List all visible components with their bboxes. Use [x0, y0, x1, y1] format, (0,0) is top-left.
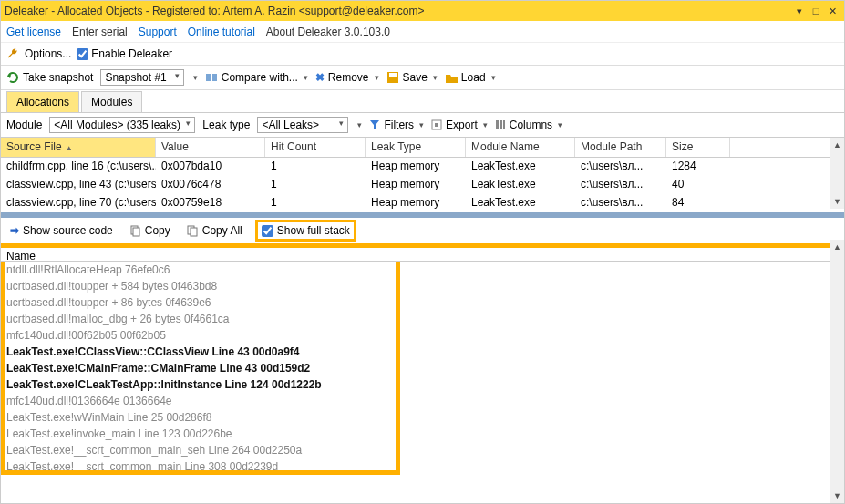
- remove-icon: ✖: [315, 71, 325, 84]
- maximize-icon[interactable]: □: [808, 5, 824, 16]
- leaktype-label: Leak type: [202, 118, 250, 131]
- filter-bar: Module <All Modules> (335 leaks)▾ Leak t…: [1, 112, 844, 138]
- tab-modules[interactable]: Modules: [81, 91, 142, 112]
- online-tutorial-link[interactable]: Online tutorial: [188, 26, 255, 38]
- save-icon: [386, 71, 399, 84]
- cell: 1: [265, 158, 366, 176]
- stack-line[interactable]: LeakTest.exe!__scrt_common_main_seh Line…: [1, 442, 844, 458]
- col-value[interactable]: Value: [156, 138, 265, 157]
- wrench-icon: [6, 47, 19, 60]
- stack-line[interactable]: LeakTest.exe!CMainFrame::CMainFrame Line…: [1, 360, 844, 376]
- export-icon: [431, 119, 442, 130]
- columns-button[interactable]: Columns▾: [495, 118, 562, 131]
- col-module-name[interactable]: Module Name: [466, 138, 575, 157]
- stack-line[interactable]: ucrtbased.dll!malloc_dbg + 26 bytes 0f46…: [1, 311, 844, 327]
- refresh-icon: [6, 71, 19, 84]
- svg-rect-6: [500, 120, 502, 129]
- compare-icon: [205, 71, 218, 84]
- load-icon: [445, 71, 458, 84]
- options-button[interactable]: Options...: [25, 47, 71, 60]
- cell: LeakTest.exe: [466, 158, 575, 176]
- enable-deleaker-checkbox[interactable]: Enable Deleaker: [77, 47, 172, 60]
- svg-rect-5: [496, 120, 499, 129]
- col-module-path[interactable]: Module Path: [575, 138, 666, 157]
- scroll-down-icon[interactable]: ▼: [830, 194, 844, 209]
- arrow-right-icon: ➡: [10, 224, 19, 237]
- scroll-up-icon[interactable]: ▲: [830, 240, 844, 254]
- snapshot-extra-dropdown[interactable]: ▾: [193, 73, 198, 82]
- stack-line[interactable]: mfc140ud.dll!00f62b05 00f62b05: [1, 327, 844, 344]
- copy-icon: [129, 225, 141, 237]
- support-link[interactable]: Support: [139, 26, 177, 38]
- stack-line[interactable]: mfc140ud.dll!0136664e 0136664e: [1, 393, 844, 409]
- take-snapshot-button[interactable]: Take snapshot: [6, 71, 93, 84]
- scroll-up-icon[interactable]: ▲: [830, 138, 844, 152]
- compare-button[interactable]: Compare with...▾: [205, 71, 308, 84]
- copy-all-icon: [187, 225, 199, 237]
- stack-line[interactable]: LeakTest.exe!invoke_main Line 123 00d226…: [1, 426, 844, 442]
- save-button[interactable]: Save▾: [386, 71, 438, 84]
- stack-line[interactable]: ucrtbased.dll!toupper + 584 bytes 0f463b…: [1, 278, 844, 294]
- copy-button[interactable]: Copy: [126, 222, 174, 239]
- load-button[interactable]: Load▾: [445, 71, 496, 84]
- stack-line[interactable]: LeakTest.exe!CClassView::CClassView Line…: [1, 344, 844, 360]
- cell: Heap memory: [366, 158, 466, 176]
- stack-line[interactable]: LeakTest.exe!__scrt_common_main Line 308…: [1, 458, 844, 475]
- menubar: Get license Enter serial Support Online …: [1, 21, 844, 43]
- col-hit-count[interactable]: Hit Count: [265, 138, 366, 157]
- table-row[interactable]: childfrm.cpp, line 16 (c:\users\...0x007…: [1, 158, 844, 176]
- stack-line[interactable]: LeakTest.exe!wWinMain Line 25 00d286f8: [1, 409, 844, 426]
- grid-scrollbar[interactable]: ▲ ▼: [830, 138, 844, 209]
- export-button[interactable]: Export▾: [431, 118, 488, 131]
- tab-allocations[interactable]: Allocations: [6, 91, 79, 112]
- col-source-file[interactable]: Source File: [1, 138, 156, 157]
- stack-header[interactable]: Name: [1, 243, 844, 262]
- cell: childfrm.cpp, line 16 (c:\users\...: [1, 158, 156, 176]
- svg-rect-3: [389, 73, 397, 77]
- filters-button[interactable]: Filters▾: [369, 118, 424, 131]
- svg-rect-9: [133, 228, 139, 236]
- remove-button[interactable]: ✖ Remove▾: [315, 71, 379, 84]
- col-leak-type[interactable]: Leak Type: [366, 138, 466, 157]
- grid-body: childfrm.cpp, line 16 (c:\users\...0x007…: [1, 158, 844, 212]
- tabs: Allocations Modules: [1, 90, 844, 112]
- cell: 0x007bda10: [156, 158, 265, 176]
- cell: 1: [265, 176, 366, 194]
- stack-line[interactable]: LeakTest.exe!CLeakTestApp::InitInstance …: [1, 376, 844, 393]
- window-dropdown-icon[interactable]: ▾: [791, 5, 808, 17]
- close-icon[interactable]: ✕: [824, 5, 840, 17]
- enable-deleaker-label: Enable Deleaker: [91, 47, 172, 60]
- svg-rect-11: [191, 228, 197, 236]
- col-size[interactable]: Size: [666, 138, 730, 157]
- stack-line[interactable]: ucrtbased.dll!toupper + 86 bytes 0f4639e…: [1, 294, 844, 311]
- enable-deleaker-input[interactable]: [77, 48, 88, 60]
- leaktype-select[interactable]: <All Leaks>▾: [257, 117, 348, 133]
- snapshot-select[interactable]: Snapshot #1 ▾: [100, 69, 183, 86]
- stack-body: ntdll.dll!RtlAllocateHeap 76efe0c6ucrtba…: [1, 262, 844, 475]
- svg-rect-7: [503, 120, 505, 129]
- get-license-link[interactable]: Get license: [6, 26, 61, 38]
- copy-all-button[interactable]: Copy All: [183, 222, 246, 239]
- cell: Heap memory: [366, 194, 466, 212]
- grid-header: Source File Value Hit Count Leak Type Mo…: [1, 138, 844, 158]
- cell: c:\users\вл...: [575, 194, 666, 212]
- stack-panel-bar: ➡ Show source code Copy Copy All Show fu…: [1, 218, 844, 243]
- cell: 1284: [666, 158, 730, 176]
- scroll-down-icon[interactable]: ▼: [830, 489, 844, 503]
- cell: c:\users\вл...: [575, 176, 666, 194]
- module-select[interactable]: <All Modules> (335 leaks)▾: [49, 117, 195, 133]
- table-row[interactable]: classview.cpp, line 70 (c:\users...0x007…: [1, 194, 844, 212]
- show-full-stack-input[interactable]: [262, 225, 273, 237]
- cell: Heap memory: [366, 176, 466, 194]
- enter-serial-link[interactable]: Enter serial: [72, 26, 128, 38]
- about-link[interactable]: About Deleaker 3.0.103.0: [266, 26, 390, 38]
- table-row[interactable]: classview.cpp, line 43 (c:\users...0x007…: [1, 176, 844, 194]
- chevron-down-icon: ▾: [186, 118, 191, 131]
- chevron-down-icon: ▾: [339, 118, 344, 131]
- show-source-button[interactable]: ➡ Show source code: [6, 222, 117, 239]
- stack-scrollbar[interactable]: ▲ ▼: [830, 240, 844, 503]
- show-full-stack-checkbox[interactable]: Show full stack: [255, 220, 356, 242]
- stack-line[interactable]: ntdll.dll!RtlAllocateHeap 76efe0c6: [1, 262, 844, 278]
- cell: 0x0076c478: [156, 176, 265, 194]
- chevron-down-icon: ▾: [175, 71, 180, 80]
